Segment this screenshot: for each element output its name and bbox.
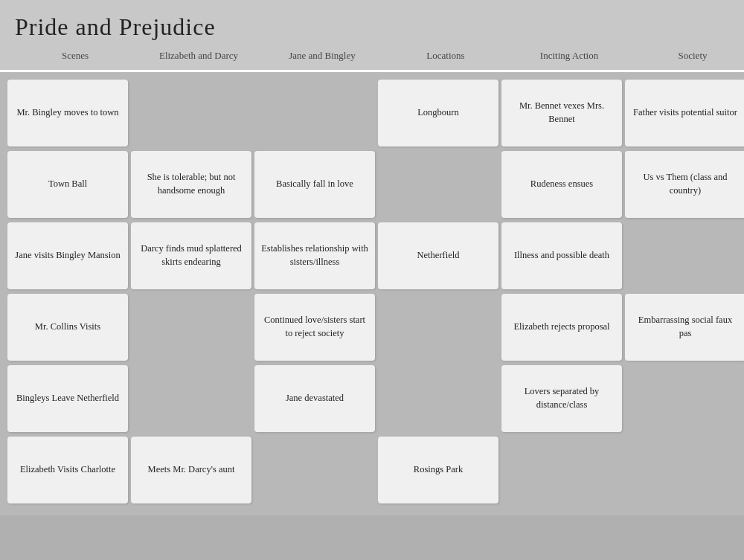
- col-header-4: Inciting Action: [509, 50, 629, 62]
- cell-2-4: Illness and possible death: [501, 222, 622, 289]
- cell-4-1: [131, 365, 251, 432]
- cell-2-5: [625, 222, 744, 289]
- cell-1-1: She is tolerable; but not handsome enoug…: [131, 151, 251, 218]
- cell-5-0: Elizabeth Visits Charlotte: [7, 437, 128, 503]
- cell-0-5: Father visits potential suitor: [625, 80, 744, 147]
- grid-row-5: Elizabeth Visits CharlotteMeets Mr. Darc…: [7, 437, 737, 503]
- grid-row-1: Town BallShe is tolerable; but not hands…: [7, 151, 737, 218]
- cell-1-4: Rudeness ensues: [501, 151, 622, 218]
- cell-0-1: [131, 80, 251, 147]
- cell-1-2: Basically fall in love: [254, 151, 375, 218]
- cell-4-0: Bingleys Leave Netherfield: [7, 365, 128, 432]
- cell-1-5: Us vs Them (class and country): [625, 151, 744, 218]
- cell-4-3: [378, 365, 498, 432]
- grid-row-3: Mr. Collins VisitsContinued love/sisters…: [7, 294, 737, 361]
- grid-area: Mr. Bingley moves to townLongbournMr. Be…: [0, 72, 744, 515]
- cell-0-0: Mr. Bingley moves to town: [7, 80, 128, 147]
- cell-4-2: Jane devastated: [254, 365, 375, 432]
- cell-2-0: Jane visits Bingley Mansion: [7, 222, 128, 289]
- cell-0-4: Mr. Bennet vexes Mrs. Bennet: [501, 80, 622, 147]
- col-header-1: Elizabeth and Darcy: [138, 50, 259, 62]
- cell-1-3: [378, 151, 498, 218]
- cell-0-3: Longbourn: [378, 80, 498, 147]
- grid-row-0: Mr. Bingley moves to townLongbournMr. Be…: [7, 80, 737, 147]
- cell-2-3: Netherfield: [378, 222, 498, 289]
- col-header-5: Society: [632, 50, 744, 62]
- cell-3-0: Mr. Collins Visits: [7, 294, 128, 361]
- col-header-3: Locations: [385, 50, 506, 62]
- cell-3-4: Elizabeth rejects proposal: [501, 294, 622, 361]
- cell-1-0: Town Ball: [7, 151, 128, 218]
- cell-3-2: Continued love/sisters start to reject s…: [254, 294, 375, 361]
- page-title: Pride and Prejudice: [15, 13, 729, 41]
- cell-3-5: Embarrassing social faux pas: [625, 294, 744, 361]
- cell-2-1: Darcy finds mud splattered skirts endear…: [131, 222, 251, 289]
- col-header-2: Jane and Bingley: [262, 50, 382, 62]
- column-headers: ScenesElizabeth and DarcyJane and Bingle…: [15, 50, 729, 70]
- cell-4-5: [625, 365, 744, 432]
- cell-5-1: Meets Mr. Darcy's aunt: [131, 437, 251, 503]
- header: Pride and Prejudice ScenesElizabeth and …: [0, 0, 744, 70]
- cell-0-2: [254, 80, 375, 147]
- grid-row-2: Jane visits Bingley MansionDarcy finds m…: [7, 222, 737, 289]
- cell-5-5: [625, 437, 744, 503]
- cell-5-3: Rosings Park: [378, 437, 498, 503]
- cell-3-3: [378, 294, 498, 361]
- cell-5-4: [501, 437, 622, 503]
- col-header-0: Scenes: [15, 50, 135, 62]
- cell-4-4: Lovers separated by distance/class: [501, 365, 622, 432]
- grid-row-4: Bingleys Leave NetherfieldJane devastate…: [7, 365, 737, 432]
- cell-2-2: Establishes relationship with sisters/il…: [254, 222, 375, 289]
- cell-5-2: [254, 437, 375, 503]
- cell-3-1: [131, 294, 251, 361]
